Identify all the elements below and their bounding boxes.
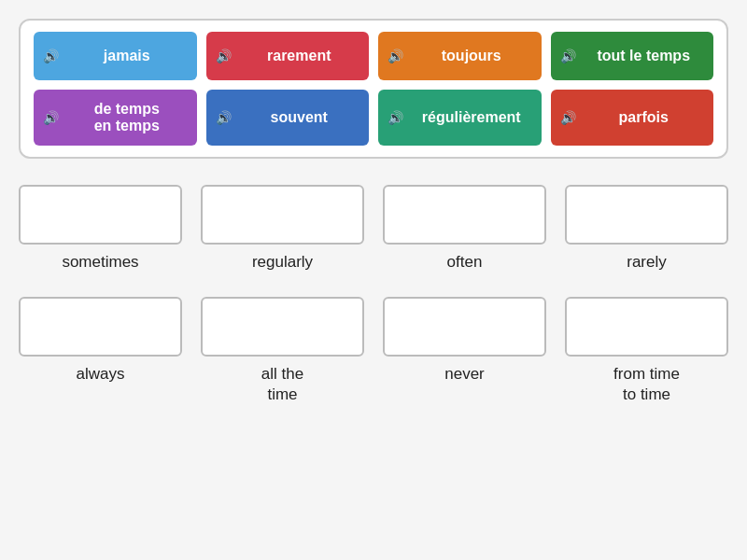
drop-zone-often[interactable] (383, 185, 546, 245)
speaker-icon: 🔊 (560, 49, 576, 63)
drop-item-often: often (383, 185, 546, 273)
drop-item-sometimes: sometimes (19, 185, 182, 273)
word-button-label-souvent: souvent (239, 109, 360, 126)
drop-zone-never[interactable] (383, 297, 546, 357)
drop-label-allthetime: all the time (261, 364, 303, 405)
word-card-container: 🔊jamais🔊rarement🔊toujours🔊tout le temps … (19, 19, 728, 159)
drop-row-1: sometimesregularlyoftenrarely (19, 185, 728, 273)
drop-zone-allthetime[interactable] (201, 297, 364, 357)
word-button-toujours[interactable]: 🔊toujours (378, 32, 542, 80)
speaker-icon: 🔊 (560, 110, 576, 125)
drop-label-never: never (444, 364, 485, 385)
word-button-detemps[interactable]: 🔊de temps en temps (34, 90, 197, 146)
button-row-2: 🔊de temps en temps🔊souvent🔊régulièrement… (34, 90, 713, 146)
drop-zone-regularly[interactable] (201, 185, 364, 245)
word-button-label-parfois: parfois (584, 109, 705, 126)
drop-label-rarely: rarely (627, 252, 667, 273)
drop-item-allthetime: all the time (201, 297, 364, 405)
word-button-label-rarement: rarement (239, 48, 360, 64)
drop-row-2: alwaysall the timeneverfrom time to time (19, 297, 728, 405)
word-button-jamais[interactable]: 🔊jamais (34, 32, 197, 80)
drop-zone-rarely[interactable] (565, 185, 728, 245)
speaker-icon: 🔊 (216, 49, 232, 63)
drop-label-always: always (77, 364, 125, 385)
drop-zone-fromtime[interactable] (565, 297, 728, 357)
word-button-rarement[interactable]: 🔊rarement (206, 32, 370, 80)
drop-label-often: often (447, 252, 483, 273)
drop-zone-always[interactable] (19, 297, 182, 357)
drop-label-fromtime: from time to time (613, 364, 680, 405)
drop-item-fromtime: from time to time (565, 297, 728, 405)
speaker-icon: 🔊 (216, 110, 232, 125)
word-button-label-regulier: régulièrement (411, 109, 532, 126)
drop-label-sometimes: sometimes (62, 252, 138, 273)
drop-item-always: always (19, 297, 182, 405)
speaker-icon: 🔊 (43, 49, 59, 63)
button-row-1: 🔊jamais🔊rarement🔊toujours🔊tout le temps (34, 32, 713, 80)
drop-item-rarely: rarely (565, 185, 728, 273)
word-button-label-tout: tout le temps (584, 48, 705, 64)
word-button-parfois[interactable]: 🔊parfois (551, 90, 714, 146)
drop-zone-sometimes[interactable] (19, 185, 182, 245)
drop-label-regularly: regularly (252, 252, 313, 273)
speaker-icon: 🔊 (43, 110, 59, 125)
word-button-souvent[interactable]: 🔊souvent (206, 90, 370, 146)
speaker-icon: 🔊 (388, 110, 403, 125)
word-button-label-detemps: de temps en temps (66, 101, 188, 134)
word-button-tout[interactable]: 🔊tout le temps (551, 32, 714, 80)
word-button-label-jamais: jamais (66, 48, 188, 64)
drop-section: sometimesregularlyoftenrarely alwaysall … (19, 185, 728, 413)
drop-item-never: never (383, 297, 546, 405)
speaker-icon: 🔊 (388, 49, 403, 63)
word-button-label-toujours: toujours (411, 48, 532, 64)
word-button-regulier[interactable]: 🔊régulièrement (378, 90, 542, 146)
drop-item-regularly: regularly (201, 185, 364, 273)
